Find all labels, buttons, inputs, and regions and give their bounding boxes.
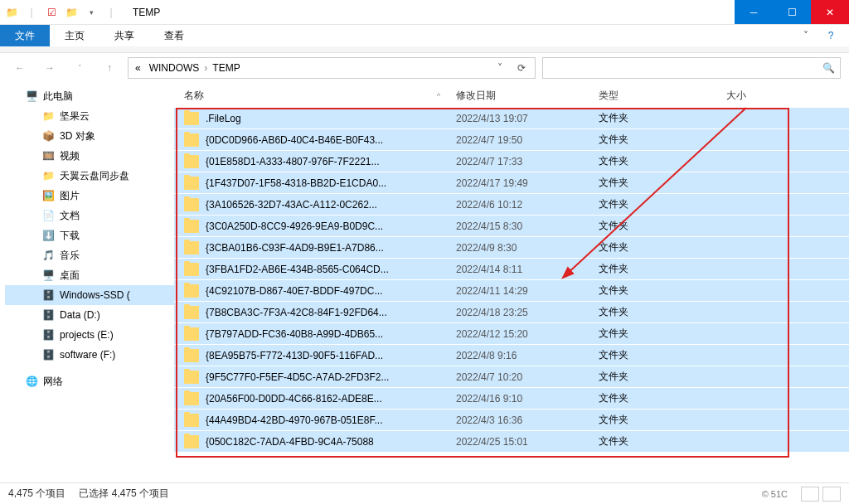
pictures-icon: 🖼️ [41, 189, 55, 202]
tab-view[interactable]: 查看 [149, 25, 199, 46]
folder-icon: 📁 [41, 109, 55, 123]
file-type: 文件夹 [599, 284, 726, 298]
file-type: 文件夹 [599, 327, 726, 341]
qat-folder-icon[interactable]: 📁 [63, 4, 80, 21]
file-name: {3FBA1FD2-AB6E-434B-8565-C064CD... [206, 264, 456, 275]
file-date: 2022/4/7 10:20 [456, 371, 599, 383]
table-row[interactable]: {3FBA1FD2-AB6E-434B-8565-C064CD...2022/4… [174, 259, 849, 280]
nav-downloads[interactable]: ⬇️下载 [5, 225, 174, 245]
table-row[interactable]: {050C182C-7ADA-4FBD-9C4A-750882022/4/25 … [174, 431, 849, 453]
nav-data-d[interactable]: 🗄️Data (D:) [5, 305, 174, 325]
file-type: 文件夹 [599, 154, 726, 168]
folder-icon [184, 284, 199, 298]
table-row[interactable]: {3A106526-32D7-43AC-A112-0C262...2022/4/… [174, 194, 849, 216]
view-icons-button[interactable] [822, 487, 841, 502]
file-date: 2022/4/17 19:49 [456, 177, 599, 189]
music-icon: 🎵 [41, 249, 55, 262]
nav-tianyi[interactable]: 📁天翼云盘同步盘 [5, 166, 174, 186]
maximize-button[interactable]: ☐ [773, 0, 811, 24]
ribbon-expand-icon[interactable]: ˅ [798, 30, 814, 41]
nav-jianguo[interactable]: 📁坚果云 [5, 106, 174, 126]
table-row[interactable]: {9F5C77F0-F5EF-4D5C-A7AD-2FD3F2...2022/4… [174, 366, 849, 388]
folder-icon [184, 327, 199, 341]
minimize-button[interactable]: ─ [735, 0, 773, 24]
tab-file[interactable]: 文件 [0, 25, 50, 46]
file-date: 2022/4/16 9:10 [456, 393, 599, 405]
breadcrumb-root-icon[interactable]: « [132, 62, 144, 74]
nav-recent-button[interactable]: ˅ [68, 56, 91, 80]
column-headers: 名称 修改日期 类型 大小 [174, 83, 849, 108]
nav-videos[interactable]: 🎞️视频 [5, 146, 174, 166]
tab-share[interactable]: 共享 [99, 25, 149, 46]
table-row[interactable]: {8EA95B75-F772-413D-90F5-116FAD...2022/4… [174, 345, 849, 366]
qat-chevron[interactable]: ▾ [83, 4, 99, 21]
nav-desktop[interactable]: 🖥️桌面 [5, 265, 174, 285]
file-date: 2022/4/8 9:16 [456, 350, 599, 361]
nav-projects-e[interactable]: 🗄️projects (E:) [5, 325, 174, 345]
file-type: 文件夹 [599, 240, 726, 254]
nav-this-pc[interactable]: 🖥️此电脑 [5, 86, 174, 106]
qat-sep2: | [103, 4, 119, 21]
window-title: TEMP [123, 7, 735, 18]
search-input[interactable]: 🔍 [542, 57, 841, 79]
file-name: {9F5C77F0-F5EF-4D5C-A7AD-2FD3F2... [206, 371, 456, 383]
table-row[interactable]: {7B8CBA3C-7F3A-42C8-84F1-92FD64...2022/4… [174, 302, 849, 323]
check-icon[interactable]: ☑ [43, 4, 60, 21]
file-type: 文件夹 [599, 219, 726, 233]
file-name: {8EA95B75-F772-413D-90F5-116FAD... [206, 350, 456, 361]
table-row[interactable]: {4C92107B-D867-40E7-BDDF-497DC...2022/4/… [174, 280, 849, 302]
breadcrumb-temp[interactable]: TEMP [209, 62, 243, 74]
folder-icon [184, 155, 199, 168]
table-row[interactable]: {0DC0D966-AB6D-40C4-B46E-B0F43...2022/4/… [174, 129, 849, 151]
table-row[interactable]: {1F437D07-1F58-4318-BB2D-E1CDA0...2022/4… [174, 172, 849, 194]
file-date: 2022/4/7 17:33 [456, 156, 599, 167]
breadcrumb[interactable]: « WINDOWS › TEMP ˅ ⟳ [128, 57, 536, 79]
file-name: {44A49BD4-42BD-4970-967B-051E8F... [206, 414, 456, 426]
nav-3d-objects[interactable]: 📦3D 对象 [5, 126, 174, 146]
table-row[interactable]: {20A56F00-D0DD-4C66-8162-ADE8E...2022/4/… [174, 388, 849, 410]
table-row[interactable]: {01E858D1-A333-4807-976F-7F2221...2022/4… [174, 151, 849, 172]
nav-documents[interactable]: 📄文档 [5, 206, 174, 225]
help-icon[interactable]: ? [822, 30, 839, 41]
file-type: 文件夹 [599, 370, 726, 384]
table-row[interactable]: {7B797ADD-FC36-40B8-A99D-4DB65...2022/4/… [174, 323, 849, 345]
pc-icon: 🖥️ [25, 90, 38, 103]
folder-icon [184, 306, 199, 319]
file-type: 文件夹 [599, 348, 726, 362]
folder-icon [184, 198, 199, 211]
file-name: {20A56F00-D0DD-4C66-8162-ADE8E... [206, 393, 456, 405]
breadcrumb-windows[interactable]: WINDOWS [146, 62, 203, 74]
search-icon: 🔍 [822, 62, 835, 74]
breadcrumb-sep-icon: › [204, 62, 207, 74]
folder-icon [184, 112, 199, 125]
col-name[interactable]: 名称 [184, 89, 456, 103]
nav-back-button[interactable]: ← [8, 56, 32, 80]
table-row[interactable]: {3CBA01B6-C93F-4AD9-B9E1-A7D86...2022/4/… [174, 237, 849, 259]
nav-software-f[interactable]: 🗄️software (F:) [5, 345, 174, 365]
nav-network[interactable]: 🌐网络 [5, 371, 174, 391]
close-button[interactable]: ✕ [811, 0, 849, 24]
col-size[interactable]: 大小 [726, 89, 826, 103]
col-type[interactable]: 类型 [599, 89, 726, 103]
nav-windows-ssd[interactable]: 🗄️Windows-SSD ( [5, 285, 174, 305]
explorer-body: 🖥️此电脑 📁坚果云 📦3D 对象 🎞️视频 📁天翼云盘同步盘 🖼️图片 📄文档… [0, 83, 849, 481]
tab-home[interactable]: 主页 [50, 25, 99, 46]
nav-up-button[interactable]: ↑ [98, 56, 121, 80]
table-row[interactable]: {3C0A250D-8CC9-4926-9EA9-B0D9C...2022/4/… [174, 216, 849, 237]
file-type: 文件夹 [599, 413, 726, 427]
nav-forward-button[interactable]: → [38, 56, 61, 80]
cube-icon: 📦 [41, 129, 55, 143]
file-type: 文件夹 [599, 262, 726, 276]
col-date[interactable]: 修改日期 [456, 89, 599, 103]
table-row[interactable]: {44A49BD4-42BD-4970-967B-051E8F...2022/4… [174, 410, 849, 431]
breadcrumb-dropdown-icon[interactable]: ˅ [490, 58, 510, 78]
view-details-button[interactable] [801, 487, 819, 502]
file-type: 文件夹 [599, 305, 726, 319]
refresh-button[interactable]: ⟳ [512, 58, 531, 78]
file-type: 文件夹 [599, 434, 726, 448]
nav-music[interactable]: 🎵音乐 [5, 245, 174, 265]
nav-pictures[interactable]: 🖼️图片 [5, 186, 174, 206]
drive-icon: 🗄️ [41, 348, 55, 361]
file-list[interactable]: .FileLog2022/4/13 19:07文件夹{0DC0D966-AB6D… [174, 108, 849, 481]
table-row[interactable]: .FileLog2022/4/13 19:07文件夹 [174, 108, 849, 129]
